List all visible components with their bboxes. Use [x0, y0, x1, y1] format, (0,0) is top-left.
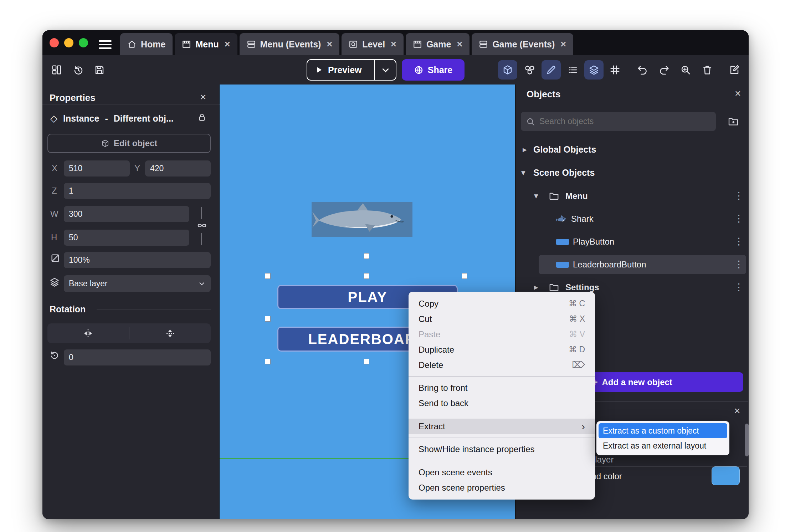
selection-handle-bottom-left[interactable] — [265, 359, 271, 364]
tab-menu[interactable]: Menu × — [175, 33, 237, 55]
tab-close-icon[interactable]: × — [391, 40, 396, 49]
kebab-menu-icon[interactable]: ⋮ — [734, 190, 744, 201]
tab-close-icon[interactable]: × — [225, 40, 230, 49]
x-label: X — [52, 163, 57, 173]
menu-item-label: Show/Hide instance properties — [419, 444, 535, 454]
kebab-menu-icon[interactable]: ⋮ — [734, 236, 744, 247]
scrollbar-thumb[interactable] — [745, 424, 749, 456]
context-menu-item-show-hide-instance-properties[interactable]: Show/Hide instance properties — [409, 442, 595, 457]
context-menu-item-bring-to-front[interactable]: Bring to front — [409, 380, 595, 396]
context-menu-item-open-scene-properties[interactable]: Open scene properties — [409, 480, 595, 495]
lock-icon[interactable] — [197, 112, 207, 122]
tree-item-scene-objects[interactable]: ▾ Scene Objects — [516, 164, 749, 182]
new-folder-icon[interactable] — [728, 116, 739, 127]
link-icon[interactable] — [197, 221, 207, 230]
close-layers-icon[interactable]: × — [734, 405, 740, 416]
folder-icon — [549, 282, 559, 293]
submenu-item-extract-as-external-layout[interactable]: Extract as an external layout — [599, 438, 727, 453]
tree-item-menu-folder[interactable]: ▾ Menu ⋮ — [516, 187, 749, 205]
context-menu-item-paste: Paste ⌘ V — [409, 327, 595, 342]
y-input[interactable] — [145, 160, 211, 177]
flip-vertical-button[interactable] — [129, 323, 211, 343]
instances-list-button[interactable] — [563, 60, 583, 80]
background-color-swatch[interactable] — [712, 466, 740, 485]
tab-game[interactable]: Game × — [406, 33, 470, 55]
project-manager-button[interactable] — [47, 60, 66, 80]
search-input[interactable] — [539, 117, 711, 126]
expanded-chevron-icon[interactable]: ▾ — [534, 191, 538, 201]
zoom-button[interactable] — [676, 60, 695, 80]
search-box[interactable] — [521, 112, 716, 131]
shark-sprite[interactable] — [312, 202, 412, 237]
edit-object-mode-button[interactable] — [498, 60, 517, 80]
flip-horizontal-button[interactable] — [47, 323, 129, 343]
close-window-button[interactable] — [50, 38, 59, 47]
h-input[interactable] — [64, 230, 189, 246]
objects-mode-button[interactable] — [520, 60, 539, 80]
selection-handle-top-right[interactable] — [462, 273, 467, 279]
context-menu-item-open-scene-events[interactable]: Open scene events — [409, 465, 595, 480]
menu-item-shortcut: ⌘ D — [569, 345, 585, 354]
opacity-icon — [50, 253, 60, 263]
selection-handle-top-left[interactable] — [265, 273, 271, 279]
preview-dropdown-button[interactable] — [375, 69, 396, 71]
toolbar: Preview Share — [42, 55, 749, 85]
context-menu-item-copy[interactable]: Copy ⌘ C — [409, 296, 595, 311]
kebab-menu-icon[interactable]: ⋮ — [734, 281, 744, 293]
tree-item-global-objects[interactable]: ▸ Global Objects — [516, 141, 749, 159]
close-objects-icon[interactable]: × — [735, 88, 741, 99]
selection-handle-mid-left[interactable] — [265, 316, 271, 322]
edit-mode-button[interactable] — [542, 60, 561, 80]
selection-handle-top-center[interactable] — [364, 273, 369, 279]
tree-item-shark[interactable]: Shark ⋮ — [516, 210, 749, 228]
hamburger-menu-icon[interactable] — [99, 38, 112, 51]
share-button[interactable]: Share — [402, 59, 465, 81]
kebab-menu-icon[interactable]: ⋮ — [734, 213, 744, 224]
context-menu-item-delete[interactable]: Delete ⌦ — [409, 357, 595, 373]
tab-menu-events[interactable]: Menu (Events) × — [240, 33, 340, 55]
collapsed-chevron-icon[interactable]: ▸ — [534, 282, 538, 292]
rotation-handle[interactable] — [364, 253, 369, 259]
history-button[interactable] — [69, 60, 88, 80]
context-menu-item-send-to-back[interactable]: Send to back — [409, 396, 595, 411]
menu-item-label: Extract as a custom object — [603, 426, 699, 436]
tree-item-leaderboardbutton[interactable]: LeaderboardButton ⋮ — [516, 256, 749, 273]
tab-close-icon[interactable]: × — [457, 40, 462, 49]
undo-button[interactable] — [633, 60, 652, 80]
z-input[interactable] — [64, 183, 211, 199]
kebab-menu-icon[interactable]: ⋮ — [734, 259, 744, 270]
tab-close-icon[interactable]: × — [327, 40, 332, 49]
context-menu-item-extract[interactable]: Extract › — [409, 419, 595, 434]
tab-home[interactable]: Home — [120, 33, 173, 55]
zoom-window-button[interactable] — [79, 38, 88, 47]
close-properties-icon[interactable]: × — [200, 92, 206, 102]
flip-vertical-icon — [165, 328, 175, 339]
minimize-window-button[interactable] — [64, 38, 73, 47]
tab-game-events[interactable]: Game (Events) × — [472, 33, 573, 55]
redo-button[interactable] — [655, 60, 674, 80]
w-input[interactable] — [64, 206, 189, 222]
rotation-input[interactable] — [64, 349, 211, 365]
properties-panel-title: Properties — [50, 92, 96, 103]
layer-select[interactable]: Base layer — [64, 275, 211, 292]
expanded-chevron-icon[interactable]: ▾ — [521, 168, 525, 178]
preview-button[interactable]: Preview — [307, 59, 396, 81]
context-menu-item-cut[interactable]: Cut ⌘ X — [409, 311, 595, 327]
h-label: H — [51, 232, 57, 242]
delete-button[interactable] — [698, 60, 717, 80]
edit-object-button[interactable]: Edit object — [47, 134, 211, 153]
opacity-input[interactable] — [64, 252, 211, 268]
save-button[interactable] — [90, 60, 109, 80]
tab-close-icon[interactable]: × — [560, 40, 566, 49]
context-menu-item-duplicate[interactable]: Duplicate ⌘ D — [409, 342, 595, 357]
tab-label: Game (Events) — [492, 39, 555, 50]
layers-panel-button[interactable] — [584, 60, 604, 80]
collapsed-chevron-icon[interactable]: ▸ — [523, 145, 527, 154]
edit-scene-button[interactable] — [725, 60, 744, 80]
submenu-item-extract-as-custom-object[interactable]: Extract as a custom object — [599, 423, 727, 438]
grid-button[interactable] — [605, 60, 625, 80]
tree-item-playbutton[interactable]: PlayButton ⋮ — [516, 233, 749, 251]
tab-level[interactable]: Level × — [342, 33, 404, 55]
selection-handle-bottom-center[interactable] — [364, 359, 369, 364]
x-input[interactable] — [64, 160, 130, 177]
